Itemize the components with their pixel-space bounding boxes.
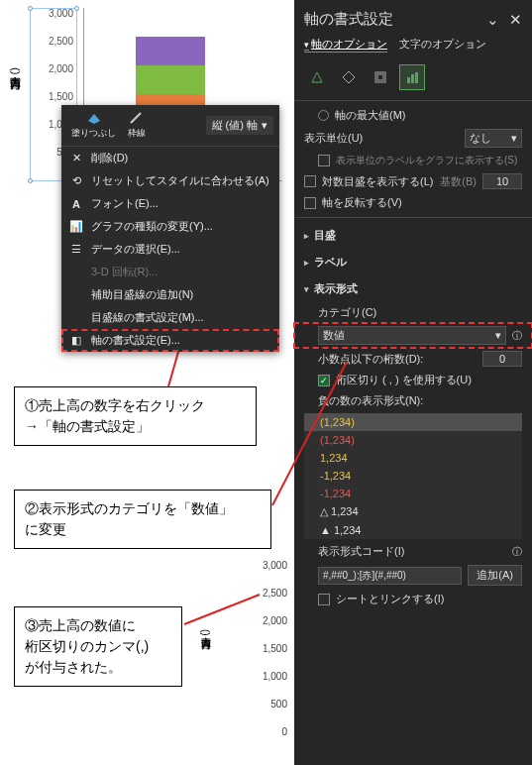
decimal-places-input[interactable]: 0: [482, 351, 522, 367]
svg-marker-0: [88, 114, 100, 124]
axis-options-icon[interactable]: [399, 64, 425, 90]
chevron-down-icon: ▾: [262, 119, 267, 132]
decimal-places-row: 小数点以下の桁数(D): 0: [294, 348, 532, 370]
category-select[interactable]: 数値▾: [318, 326, 506, 345]
chevron-down-icon: ▾: [511, 132, 517, 145]
section-tick[interactable]: ▸ 目盛: [294, 222, 532, 249]
negative-format-label: 負の数の表示形式(N):: [294, 390, 532, 411]
log-base-input: 10: [482, 173, 522, 189]
list-item[interactable]: (1,234): [304, 431, 522, 449]
annotation-2: ②表示形式のカテゴリを「数値」 に変更: [14, 490, 271, 549]
svg-rect-6: [377, 74, 383, 80]
svg-line-1: [168, 352, 178, 386]
display-units-select[interactable]: なし▾: [465, 129, 522, 148]
list-item[interactable]: -1,234: [304, 485, 522, 502]
dropdown-value: 縦 (値) 軸: [212, 118, 258, 133]
annotation-1: ①売上高の数字を右クリック →「軸の書式設定」: [14, 386, 257, 446]
chart-type-icon: 📊: [69, 220, 83, 233]
format-code-input[interactable]: #,##0_);[赤](#,##0): [318, 567, 462, 585]
svg-rect-7: [407, 77, 410, 83]
context-menu: 塗りつぶし 枠線 縦 (値) 軸 ▾ ✕削除(D) ⟲リセットしてスタイルに合わ…: [61, 105, 279, 352]
list-item[interactable]: △ 1,234: [304, 502, 522, 521]
size-icon[interactable]: [368, 64, 393, 90]
ctx-3d-rotate: 3-D 回転(R)...: [61, 261, 279, 283]
pane-title: 軸の書式設定: [304, 10, 393, 29]
ctx-delete[interactable]: ✕削除(D): [61, 147, 279, 169]
tab-axis-options[interactable]: ▾軸のオプション: [304, 37, 387, 53]
checkbox[interactable]: [304, 197, 316, 209]
border-label: 枠線: [128, 127, 146, 140]
paint-bucket-icon: [86, 111, 102, 125]
fill-tool[interactable]: 塗りつぶし: [67, 109, 120, 142]
border-tool[interactable]: 枠線: [124, 109, 150, 142]
axis-max-row[interactable]: 軸の最大値(M): [294, 105, 532, 126]
ctx-font[interactable]: Aフォント(E)...: [61, 192, 279, 215]
list-item[interactable]: 1,234: [304, 449, 522, 467]
display-units-label-row: 表示単位のラベルをグラフに表示する(S): [294, 151, 532, 170]
bar-seg[interactable]: [136, 65, 205, 94]
category-select-row: 数値▾ ⓘ: [294, 323, 532, 348]
link-sheet-row[interactable]: シートとリンクする(I): [294, 589, 532, 609]
ctx-change-chart-type[interactable]: 📊グラフの種類の変更(Y)...: [61, 215, 279, 238]
list-item[interactable]: -1,234: [304, 467, 522, 485]
annotation-3: ③売上高の数値に 桁区切りのカンマ(,) が付与された。: [14, 606, 182, 687]
y-axis-title: 売上高(百万円): [8, 67, 23, 74]
format-code-label: 表示形式コード(I) ⓘ: [294, 541, 532, 562]
fill-line-icon[interactable]: [304, 64, 330, 90]
bar-seg[interactable]: [136, 37, 205, 65]
svg-rect-9: [415, 72, 418, 83]
tab-text-options[interactable]: 文字のオプション: [399, 37, 486, 53]
chevron-down-icon[interactable]: ⌄: [486, 11, 499, 29]
negative-format-list[interactable]: (1,234) (1,234) 1,234 -1,234 -1,234 △ 1,…: [304, 413, 522, 539]
ctx-add-minor-grid[interactable]: 補助目盛線の追加(N): [61, 283, 279, 306]
add-button[interactable]: 追加(A): [468, 565, 522, 586]
reverse-axis-row[interactable]: 軸を反転する(V): [294, 192, 532, 213]
category-label: カテゴリ(C): [294, 302, 532, 323]
reset-icon: ⟲: [69, 174, 83, 187]
result-chart: 売上高(百万円) 3,000 2,500 2,000 1,500 1,000 5…: [198, 560, 307, 758]
list-item[interactable]: ▲ 1,234: [304, 521, 522, 539]
format-axis-pane: 軸の書式設定 ⌄ ✕ ▾軸のオプション 文字のオプション 軸の最大値(M) 表示…: [294, 0, 532, 765]
display-units-row: 表示単位(U) なし▾: [294, 126, 532, 151]
checkbox: [318, 155, 330, 166]
ctx-format-gridlines[interactable]: 目盛線の書式設定(M)...: [61, 306, 279, 329]
ctx-select-data[interactable]: ☰データの選択(E)...: [61, 238, 279, 261]
log-scale-row[interactable]: 対数目盛を表示する(L) 基数(B) 10: [294, 170, 532, 192]
thousands-sep-row[interactable]: ✓ 桁区切り ( , ) を使用する(U): [294, 370, 532, 390]
fill-label: 塗りつぶし: [71, 127, 116, 140]
close-icon[interactable]: ✕: [509, 11, 522, 29]
font-icon: A: [69, 198, 83, 210]
format-code-row: #,##0_);[赤](#,##0) 追加(A): [294, 562, 532, 589]
section-number-format[interactable]: ▾ 表示形式: [294, 275, 532, 302]
effects-icon[interactable]: [336, 64, 362, 90]
radio-icon[interactable]: [318, 110, 329, 121]
svg-rect-8: [411, 74, 414, 83]
axis-selector-dropdown[interactable]: 縦 (値) 軸 ▾: [206, 116, 273, 135]
svg-marker-4: [343, 71, 355, 83]
select-data-icon: ☰: [69, 243, 83, 256]
checkbox[interactable]: [304, 175, 316, 187]
format-axis-icon: ◧: [69, 334, 83, 347]
section-label[interactable]: ▸ ラベル: [294, 249, 532, 275]
mini-y-ticks: 3,000 2,500 2,000 1,500 1,000 500 0: [214, 560, 293, 754]
ctx-format-axis[interactable]: ◧軸の書式設定(E)...: [61, 329, 279, 352]
list-item[interactable]: (1,234): [304, 413, 522, 431]
ctx-reset-style[interactable]: ⟲リセットしてスタイルに合わせる(A): [61, 169, 279, 192]
info-icon[interactable]: ⓘ: [512, 545, 522, 559]
mini-y-title: 売上高(百万円): [198, 629, 212, 636]
checkbox[interactable]: [318, 594, 330, 605]
chevron-down-icon: ▾: [495, 329, 501, 342]
info-icon[interactable]: ⓘ: [512, 329, 522, 343]
pen-icon: [129, 111, 145, 125]
checkbox-checked[interactable]: ✓: [318, 375, 330, 386]
delete-icon: ✕: [69, 152, 83, 164]
